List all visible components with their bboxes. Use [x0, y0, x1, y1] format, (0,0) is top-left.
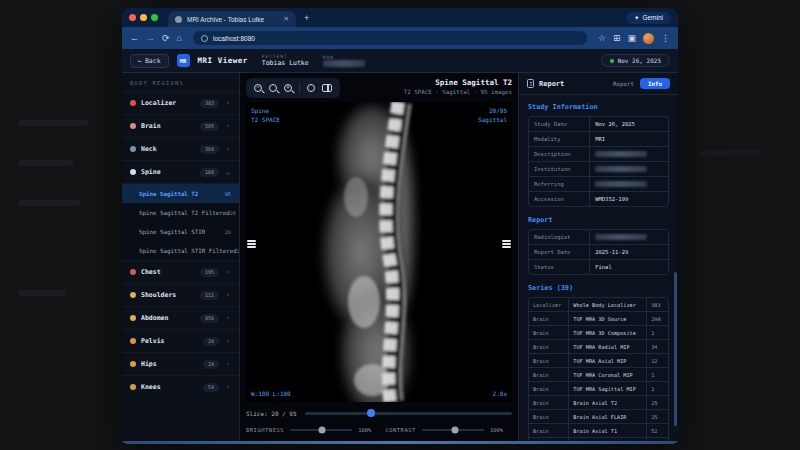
- sidebar-item-spine-sagittal-t2-filtered[interactable]: Spine Sagittal T2 Filtered20: [122, 203, 239, 222]
- row-label: Description: [529, 147, 590, 161]
- left-panel-toggle-handle[interactable]: [247, 240, 256, 248]
- circle-roi-icon[interactable]: [307, 84, 315, 92]
- tab-info[interactable]: Info: [640, 78, 670, 89]
- contrast-slider-track[interactable]: [422, 429, 484, 432]
- slice-slider-track[interactable]: [305, 412, 512, 415]
- sidebar-item-abdomen[interactable]: Abdomen456›: [122, 306, 239, 329]
- series-row[interactable]: BrainBrain Axial T225: [529, 395, 668, 409]
- close-tab-icon[interactable]: ✕: [284, 15, 289, 23]
- back-button[interactable]: ← Back: [130, 54, 169, 68]
- panel-content[interactable]: Study Information Study DateNov 26, 2025…: [519, 95, 678, 441]
- series-row[interactable]: BrainTOF MRA Axial MIP12: [529, 353, 668, 367]
- series-count: 1: [647, 382, 668, 395]
- overlay-window-level: W:100 L:100: [251, 389, 291, 398]
- series-region: Brain: [529, 368, 569, 381]
- sidebar-item-localizer[interactable]: Localizer383›: [122, 91, 239, 114]
- contrast-slider-thumb[interactable]: [451, 427, 458, 434]
- row-value-redacted: [590, 162, 668, 176]
- table-row: ModalityMRI: [529, 131, 668, 146]
- brightness-slider-track[interactable]: [290, 429, 352, 432]
- brightness-slider-thumb[interactable]: [319, 427, 326, 434]
- series-row[interactable]: BrainBrain Axial T152: [529, 423, 668, 437]
- series-region: Brain: [529, 340, 569, 353]
- browser-tab[interactable]: MRI Archive - Tobias Lutke ✕: [168, 11, 296, 27]
- series-row[interactable]: BrainTOF MRA 3D Source298: [529, 311, 668, 325]
- url-text: localhost:8080: [213, 35, 255, 42]
- sidebar-item-chest[interactable]: Chest195›: [122, 260, 239, 283]
- brightness-contrast-row: BRIGHTNESS 100% CONTRAST 100%: [246, 423, 512, 437]
- series-row[interactable]: BrainTOF MRA Sagittal MIP1: [529, 381, 668, 395]
- sidebar-item-brain[interactable]: Brain505›: [122, 114, 239, 137]
- series-region: Brain: [529, 396, 569, 409]
- window-controls[interactable]: [129, 14, 158, 21]
- sidebar-item-spine[interactable]: Spine168⌄: [122, 160, 239, 183]
- sidebar-item-spine-sagittal-t2[interactable]: Spine Sagittal T295: [122, 184, 239, 203]
- address-bar[interactable]: localhost:8080: [193, 31, 587, 45]
- sidebar-item-knees[interactable]: Knees54›: [122, 375, 239, 398]
- extensions-icon[interactable]: ⊞: [613, 34, 621, 43]
- sidebar-item-shoulders[interactable]: Shoulders111›: [122, 283, 239, 306]
- tab-report[interactable]: Report: [613, 81, 634, 87]
- sidebar-item-pelvis[interactable]: Pelvis24›: [122, 329, 239, 352]
- series-row[interactable]: BrainTOF MRA 3D Composite1: [529, 325, 668, 339]
- series-row[interactable]: BrainTOF MRA Radial MIP34: [529, 339, 668, 353]
- region-count-badge: 505: [200, 122, 219, 131]
- series-row[interactable]: BrainBrain DWI26: [529, 437, 668, 441]
- series-count: 383: [647, 298, 668, 311]
- gemini-label: Gemini: [642, 14, 663, 21]
- series-region: Localizer: [529, 298, 569, 311]
- mri-image-canvas[interactable]: Spine T2 SPACE 20/95 Sagittal W:100 L:10…: [246, 102, 512, 402]
- home-icon[interactable]: ⌂: [177, 34, 182, 43]
- row-label: Report Date: [529, 245, 590, 259]
- region-label: Localizer: [141, 99, 176, 107]
- close-window-icon[interactable]: [129, 14, 136, 21]
- series-row[interactable]: BrainTOF MRA Coronal MIP1: [529, 367, 668, 381]
- series-count: 298: [647, 312, 668, 325]
- back-icon[interactable]: ←: [130, 34, 139, 43]
- series-row[interactable]: LocalizerWhole Body Localizer383: [529, 298, 668, 311]
- localizer-icon: [130, 100, 136, 106]
- region-count-badge: 54: [203, 383, 219, 392]
- side-panel-icon[interactable]: ▣: [627, 34, 636, 43]
- series-title-block: Spine Sagittal T2 T2 SPACE · Sagittal · …: [404, 78, 512, 95]
- mri-viewer-app: ← Back MR MRI Viewer PATIENT Tobias Lutk…: [122, 49, 678, 444]
- sidebar-item-spine-sagittal-stir-filtered[interactable]: Spine Sagittal STIR Filtered25: [122, 241, 239, 260]
- sidebar-item-neck[interactable]: Neck384›: [122, 137, 239, 160]
- series-name: TOF MRA Axial MIP: [569, 354, 647, 367]
- body-regions-list: Localizer383›Brain505›Neck384›Spine168⌄S…: [122, 91, 239, 398]
- panel-scrollbar-thumb[interactable]: [674, 272, 677, 427]
- gemini-button[interactable]: ✦ Gemini: [626, 12, 671, 24]
- right-panel-toggle-handle[interactable]: [502, 240, 511, 248]
- reload-icon[interactable]: ⟳: [162, 34, 170, 43]
- sidebar-item-spine-sagittal-stir[interactable]: Spine Sagittal STIR20: [122, 222, 239, 241]
- split-view-icon[interactable]: [322, 84, 332, 92]
- report-panel: Report Report Info Study Information Stu…: [518, 73, 678, 441]
- maximize-window-icon[interactable]: [151, 14, 158, 21]
- magnifier-icon[interactable]: [269, 84, 277, 92]
- minimize-window-icon[interactable]: [140, 14, 147, 21]
- browser-toolbar: ← → ⟳ ⌂ localhost:8080 ☆ ⊞ ▣ ⋮: [122, 27, 678, 49]
- site-info-icon[interactable]: [201, 35, 208, 42]
- zoom-out-icon[interactable]: −: [254, 84, 262, 92]
- patient-name: Tobias Lutke: [262, 59, 309, 67]
- chevron-right-icon: ›: [224, 122, 231, 130]
- background-app-text: [18, 120, 88, 126]
- zoom-in-icon[interactable]: +: [284, 84, 292, 92]
- status-dot-icon: [610, 59, 614, 63]
- slice-slider-thumb[interactable]: [367, 409, 375, 417]
- region-count-badge: 195: [200, 268, 219, 277]
- series-subtitle: T2 SPACE · Sagittal · 95 images: [404, 89, 512, 95]
- chest-icon: [130, 269, 136, 275]
- mrn-label: MRN: [323, 55, 365, 60]
- menu-kebab-icon[interactable]: ⋮: [661, 34, 670, 43]
- profile-avatar[interactable]: [643, 33, 654, 44]
- browser-tabbar: MRI Archive - Tobias Lutke ✕ + ✦ Gemini: [122, 8, 678, 27]
- bookmark-star-icon[interactable]: ☆: [598, 34, 606, 43]
- new-tab-button[interactable]: +: [304, 13, 309, 23]
- forward-icon[interactable]: →: [146, 34, 155, 43]
- sidebar-item-hips[interactable]: Hips24›: [122, 352, 239, 375]
- series-count: 12: [647, 354, 668, 367]
- series-row[interactable]: BrainBrain Axial FLAIR25: [529, 409, 668, 423]
- app-title: MRI Viewer: [198, 56, 248, 65]
- region-count-badge: 384: [200, 145, 219, 154]
